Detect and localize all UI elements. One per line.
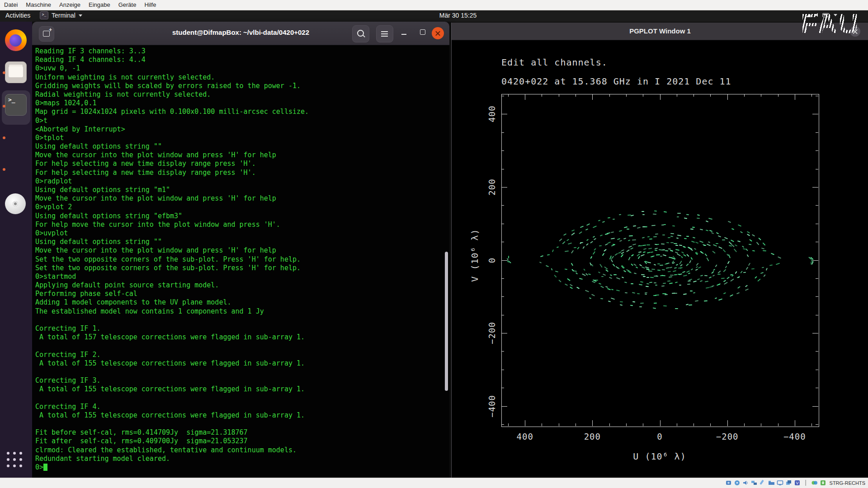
hard-disks-status-icon[interactable] bbox=[725, 479, 732, 486]
mouse-integration-status-icon[interactable] bbox=[811, 479, 818, 486]
uv-data-point bbox=[676, 216, 679, 217]
terminal-header-bar[interactable]: student@DifmapBox: ~/vlbi-data/0420+022 bbox=[32, 22, 449, 45]
separator-status-icon[interactable] bbox=[802, 479, 809, 486]
uv-data-point bbox=[655, 295, 659, 296]
plot-title: 0420+022 at 15.368 GHz in I 2021 Dec 11 bbox=[501, 76, 731, 87]
axis-tick bbox=[816, 351, 818, 352]
axis-tick bbox=[501, 150, 504, 151]
uv-data-point bbox=[661, 225, 664, 225]
terminal-line: Correcting IF 3. bbox=[35, 376, 444, 385]
axis-tick bbox=[501, 296, 504, 297]
axis-tick bbox=[501, 388, 504, 388]
terminal-scrollbar[interactable] bbox=[445, 252, 448, 391]
axis-tick bbox=[501, 224, 504, 224]
axis-tick bbox=[542, 423, 542, 426]
firefox-globe bbox=[9, 34, 22, 47]
terminal-app-icon: >_ bbox=[40, 11, 48, 19]
firefox-icon bbox=[5, 29, 27, 51]
dock-item-cd-disc[interactable] bbox=[5, 193, 27, 215]
dock bbox=[0, 22, 32, 478]
axis-tick bbox=[727, 420, 728, 426]
virtualbox-menubar: DateiMaschineAnzeigeEingabeGeräteHilfe bbox=[0, 0, 868, 10]
axis-tick bbox=[592, 420, 593, 426]
terminal-line bbox=[35, 368, 444, 376]
axis-tick bbox=[761, 94, 761, 97]
activities-button[interactable]: Activities bbox=[5, 12, 30, 19]
terminal-line: Reading IF 4 channels: 4..4 bbox=[35, 56, 444, 64]
running-indicator-dot bbox=[3, 105, 5, 108]
network-status-icon[interactable] bbox=[751, 479, 758, 486]
virtualbox-status-icons: VSTRG-RECHTS bbox=[725, 479, 865, 486]
terminal-line: A total of 155 telescope corrections wer… bbox=[35, 385, 444, 394]
uv-data-point bbox=[660, 256, 662, 257]
host-key-label: STRG-RECHTS bbox=[830, 480, 865, 486]
uv-data-point bbox=[657, 263, 660, 264]
features-status-icon[interactable]: V bbox=[794, 479, 801, 486]
optical-drives-status-icon[interactable] bbox=[734, 479, 741, 486]
terminal-line: The established model now contains 1 com… bbox=[35, 307, 444, 316]
minimize-button[interactable] bbox=[400, 28, 408, 36]
focused-app-menu[interactable]: >_ Terminal bbox=[40, 11, 82, 19]
uv-data-point bbox=[662, 293, 666, 294]
axis-tick bbox=[761, 423, 761, 426]
uv-data-point bbox=[629, 235, 633, 236]
audio-status-icon[interactable] bbox=[742, 479, 749, 486]
vbox-menu-geräte[interactable]: Geräte bbox=[114, 0, 141, 10]
terminal-line: Correcting IF 2. bbox=[35, 351, 444, 359]
axis-tick bbox=[660, 420, 660, 426]
vbox-menu-hilfe[interactable]: Hilfe bbox=[140, 0, 160, 10]
dock-item-terminal[interactable] bbox=[5, 94, 27, 116]
x-tick-label: 0 bbox=[640, 432, 680, 441]
dock-item-firefox[interactable] bbox=[5, 29, 27, 51]
menu-button[interactable] bbox=[376, 25, 393, 42]
search-button[interactable] bbox=[352, 25, 369, 42]
terminal-line: clrmod: Cleared the established, tentati… bbox=[35, 446, 444, 455]
terminal-output[interactable]: Reading IF 3 channels: 3..3Reading IF 4 … bbox=[35, 47, 444, 474]
x-tick-label: −200 bbox=[707, 432, 748, 441]
x-tick-label: 200 bbox=[572, 432, 613, 441]
display-status-icon[interactable] bbox=[777, 479, 783, 486]
uv-data-point bbox=[654, 282, 656, 283]
axis-tick bbox=[693, 94, 694, 97]
show-applications-button[interactable] bbox=[7, 452, 25, 470]
vbox-menu-anzeige[interactable]: Anzeige bbox=[55, 0, 85, 10]
files-folder-icon bbox=[5, 61, 27, 83]
recording-status-icon[interactable] bbox=[785, 479, 792, 486]
vbox-menu-datei[interactable]: Datei bbox=[0, 0, 22, 10]
axis-tick bbox=[778, 423, 778, 426]
maximize-button[interactable] bbox=[419, 28, 427, 36]
terminal-line: Move the cursor into the plot window and… bbox=[35, 194, 444, 203]
axis-tick bbox=[795, 94, 795, 100]
axis-tick bbox=[501, 96, 504, 96]
terminal-line: Using default options string "" bbox=[35, 238, 444, 246]
uv-data-point bbox=[648, 271, 652, 272]
uv-data-point bbox=[654, 210, 656, 211]
plot-subtitle: Edit all channels. bbox=[501, 57, 608, 68]
axis-tick bbox=[727, 94, 728, 100]
show-apps-dot bbox=[19, 465, 22, 467]
close-button[interactable] bbox=[432, 27, 444, 39]
axis-tick bbox=[525, 94, 525, 100]
terminal-line: Performing phase self-cal bbox=[35, 290, 444, 298]
uv-plot-area[interactable] bbox=[501, 94, 819, 427]
vbox-menu-maschine[interactable]: Maschine bbox=[22, 0, 55, 10]
axis-tick bbox=[626, 94, 627, 97]
uv-data-point bbox=[690, 228, 693, 230]
uv-data-point bbox=[663, 305, 667, 307]
y-tick-label: −400 bbox=[487, 386, 496, 427]
terminal-window: student@DifmapBox: ~/vlbi-data/0420+022 … bbox=[32, 22, 449, 478]
terminal-line: Correcting IF 4. bbox=[35, 403, 444, 411]
virtualbox-vm-screen: DateiMaschineAnzeigeEingabeGeräteHilfe A… bbox=[0, 0, 868, 488]
uv-data-point bbox=[749, 244, 751, 245]
clock-label[interactable]: Mär 30 15:25 bbox=[433, 12, 483, 19]
terminal-line: Using default options string "" bbox=[35, 142, 444, 151]
axis-tick bbox=[812, 333, 818, 333]
shared-folders-status-icon[interactable] bbox=[768, 479, 775, 486]
keyboard-status-icon[interactable] bbox=[820, 479, 826, 486]
usb-status-icon[interactable] bbox=[760, 479, 766, 486]
axis-tick bbox=[778, 94, 778, 97]
vbox-menu-eingabe[interactable]: Eingabe bbox=[85, 0, 114, 10]
dock-item-files[interactable] bbox=[5, 61, 27, 83]
axis-tick bbox=[795, 420, 795, 426]
axis-tick bbox=[609, 94, 610, 97]
